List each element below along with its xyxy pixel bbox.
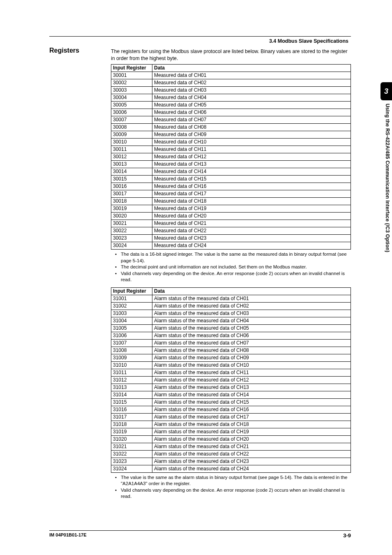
register-cell: 31005 [111, 324, 152, 332]
data-cell: Measured data of CH10 [152, 139, 351, 146]
chapter-tab: 3 [380, 82, 392, 100]
data-cell: Alarm status of the measured data of CH0… [152, 317, 351, 324]
note-item: •The value is the same as the alarm stat… [115, 474, 351, 487]
register-cell: 30013 [111, 161, 152, 168]
notes-table2: •The value is the same as the alarm stat… [115, 474, 351, 500]
register-cell: 30015 [111, 176, 152, 183]
data-cell: Measured data of CH13 [152, 161, 351, 168]
register-cell: 31006 [111, 332, 152, 339]
table-row: 31020Alarm status of the measured data o… [111, 435, 351, 443]
register-cell: 30008 [111, 124, 152, 131]
note-item: •The decimal point and unit information … [115, 264, 351, 271]
data-cell: Alarm status of the measured data of CH1… [152, 384, 351, 391]
table-row: 30021Measured data of CH21 [111, 220, 351, 227]
register-cell: 30021 [111, 220, 152, 227]
notes-table1: •The data is a 16-bit signed integer. Th… [115, 251, 351, 283]
register-cell: 31001 [111, 295, 152, 302]
data-cell: Measured data of CH14 [152, 168, 351, 176]
table-alarm-status: Input Register Data 31001Alarm status of… [111, 287, 351, 473]
data-cell: Alarm status of the measured data of CH1… [152, 398, 351, 406]
register-cell: 31012 [111, 376, 152, 384]
bullet-icon: • [115, 474, 121, 487]
data-cell: Alarm status of the measured data of CH0… [152, 324, 351, 332]
table-row: 30007Measured data of CH07 [111, 116, 351, 124]
register-cell: 31010 [111, 361, 152, 369]
data-cell: Measured data of CH12 [152, 153, 351, 161]
register-cell: 31015 [111, 398, 152, 406]
data-cell: Alarm status of the measured data of CH0… [152, 332, 351, 339]
register-cell: 31014 [111, 391, 152, 398]
note-text: The decimal point and unit information a… [121, 264, 351, 271]
bullet-icon: • [115, 271, 121, 283]
bullet-icon: • [115, 251, 121, 264]
table-row: 31009Alarm status of the measured data o… [111, 354, 351, 361]
table-row: 30013Measured data of CH13 [111, 161, 351, 168]
table-row: 30012Measured data of CH12 [111, 153, 351, 161]
register-cell: 30009 [111, 131, 152, 139]
table-measured-data: Input Register Data 30001Measured data o… [111, 64, 351, 250]
register-cell: 30014 [111, 168, 152, 176]
table-row: 31017Alarm status of the measured data o… [111, 413, 351, 421]
register-cell: 30020 [111, 213, 152, 220]
register-cell: 30023 [111, 235, 152, 242]
register-cell: 30010 [111, 139, 152, 146]
note-item: •The data is a 16-bit signed integer. Th… [115, 251, 351, 264]
data-cell: Measured data of CH20 [152, 213, 351, 220]
data-cell: Alarm status of the measured data of CH1… [152, 376, 351, 384]
data-cell: Measured data of CH03 [152, 87, 351, 94]
data-cell: Measured data of CH23 [152, 235, 351, 242]
table-row: 30001Measured data of CH01 [111, 72, 351, 79]
register-cell: 30002 [111, 79, 152, 87]
register-cell: 31008 [111, 347, 152, 354]
data-cell: Measured data of CH09 [152, 131, 351, 139]
table-row: 30022Measured data of CH22 [111, 227, 351, 235]
data-cell: Alarm status of the measured data of CH0… [152, 347, 351, 354]
data-cell: Alarm status of the measured data of CH0… [152, 310, 351, 317]
data-cell: Alarm status of the measured data of CH1… [152, 428, 351, 435]
data-cell: Measured data of CH21 [152, 220, 351, 227]
table-row: 30006Measured data of CH06 [111, 109, 351, 116]
register-cell: 31013 [111, 384, 152, 391]
bullet-icon: • [115, 487, 121, 500]
table-row: 31024Alarm status of the measured data o… [111, 465, 351, 472]
data-cell: Measured data of CH06 [152, 109, 351, 116]
data-cell: Measured data of CH15 [152, 176, 351, 183]
table-row: 30014Measured data of CH14 [111, 168, 351, 176]
register-cell: 31007 [111, 339, 152, 347]
note-text: Valid channels vary depending on the dev… [121, 271, 351, 283]
table-row: 31021Alarm status of the measured data o… [111, 443, 351, 450]
data-cell: Alarm status of the measured data of CH0… [152, 295, 351, 302]
table-row: 31022Alarm status of the measured data o… [111, 450, 351, 458]
table-row: 31004Alarm status of the measured data o… [111, 317, 351, 324]
table-row: 30008Measured data of CH08 [111, 124, 351, 131]
chapter-side-text: Using the RS-422A/485 Communication Inte… [385, 104, 390, 252]
data-cell: Alarm status of the measured data of CH2… [152, 435, 351, 443]
data-cell: Alarm status of the measured data of CH1… [152, 406, 351, 413]
register-cell: 31024 [111, 465, 152, 472]
data-cell: Measured data of CH17 [152, 190, 351, 198]
table1-col-1: Data [152, 65, 351, 72]
table-row: 30019Measured data of CH19 [111, 205, 351, 213]
data-cell: Measured data of CH01 [152, 72, 351, 79]
table-row: 30010Measured data of CH10 [111, 139, 351, 146]
note-item: •Valid channels vary depending on the de… [115, 487, 351, 500]
data-cell: Alarm status of the measured data of CH1… [152, 413, 351, 421]
table-row: 30017Measured data of CH17 [111, 190, 351, 198]
table2-col-1: Data [152, 287, 351, 295]
note-text: The value is the same as the alarm statu… [121, 474, 351, 487]
data-cell: Alarm status of the measured data of CH1… [152, 391, 351, 398]
data-cell: Alarm status of the measured data of CH1… [152, 369, 351, 376]
register-cell: 31023 [111, 458, 152, 465]
data-cell: Measured data of CH08 [152, 124, 351, 131]
table-row: 30005Measured data of CH05 [111, 102, 351, 109]
table-row: 31010Alarm status of the measured data o… [111, 361, 351, 369]
data-cell: Measured data of CH07 [152, 116, 351, 124]
data-cell: Measured data of CH11 [152, 146, 351, 153]
table-row: 31005Alarm status of the measured data o… [111, 324, 351, 332]
data-cell: Measured data of CH02 [152, 79, 351, 87]
table-row: 31002Alarm status of the measured data o… [111, 302, 351, 310]
register-cell: 30007 [111, 116, 152, 124]
register-cell: 31018 [111, 421, 152, 428]
table-row: 31011Alarm status of the measured data o… [111, 369, 351, 376]
heading-registers: Registers [49, 47, 79, 54]
